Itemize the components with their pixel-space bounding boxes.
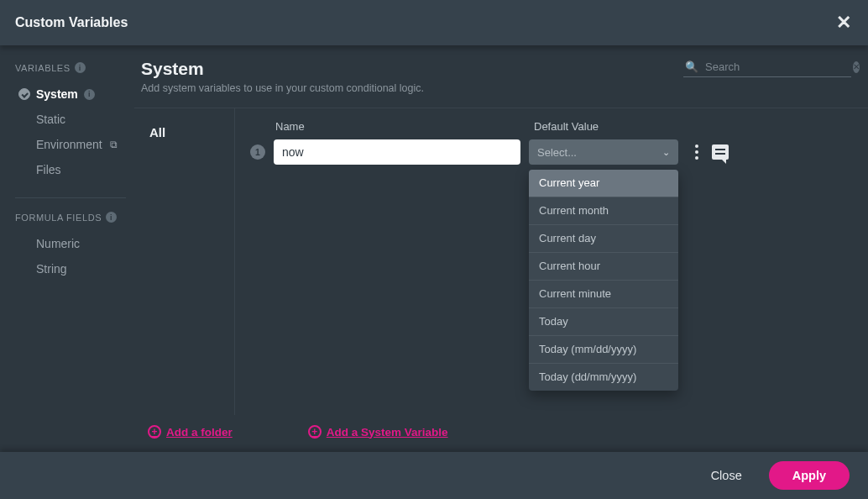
dropdown-option[interactable]: Current minute <box>529 281 678 308</box>
default-value-select[interactable]: Select... ⌄ <box>529 139 678 165</box>
close-icon[interactable]: ✕ <box>831 8 856 37</box>
dialog-title: Custom Variables <box>15 15 128 30</box>
sidebar-divider <box>15 197 126 198</box>
plus-circle-icon: + <box>308 425 322 439</box>
main-body: All Name Default Value 1 <box>134 108 868 415</box>
default-value-dropdown: Current year Current month Current day C… <box>529 170 678 391</box>
add-folder-label: Add a folder <box>166 426 233 439</box>
add-system-variable-link[interactable]: + Add a System Variable <box>308 425 448 439</box>
add-folder-link[interactable]: + Add a folder <box>148 425 233 439</box>
dropdown-option[interactable]: Current year <box>529 170 678 197</box>
sidebar-section-variables: VARIABLES i System i Static Environment … <box>12 60 129 182</box>
sidebar-section-formula: FORMULA FIELDS i Numeric String <box>12 210 129 281</box>
folder-all[interactable]: All <box>134 120 234 146</box>
custom-variables-dialog: Custom Variables ✕ VARIABLES i System i … <box>0 0 868 499</box>
check-circle-icon <box>18 88 30 100</box>
dropdown-option[interactable]: Current month <box>529 197 678 225</box>
dropdown-option[interactable]: Current hour <box>529 253 678 281</box>
info-icon[interactable]: i <box>84 89 95 100</box>
more-options-icon[interactable] <box>693 143 700 161</box>
columns-header: Name Default Value <box>250 120 858 133</box>
column-header-name: Name <box>275 120 519 133</box>
sidebar-section-title: VARIABLES i <box>12 60 129 75</box>
main-panel: System Add system variables to use in yo… <box>134 45 868 452</box>
dropdown-option[interactable]: Today (mm/dd/yyyy) <box>529 336 678 364</box>
sidebar-item-label: Static <box>36 113 65 126</box>
dropdown-option[interactable]: Today <box>529 308 678 336</box>
dialog-body: VARIABLES i System i Static Environment … <box>0 45 868 452</box>
info-icon[interactable]: i <box>106 212 117 223</box>
sidebar-item-label: Environment <box>36 138 102 151</box>
sidebar-section-label: FORMULA FIELDS <box>15 213 102 223</box>
column-header-default: Default Value <box>534 120 858 133</box>
row-index-badge: 1 <box>250 144 265 160</box>
default-value-select-wrap: Select... ⌄ Current year Current month C… <box>529 139 678 165</box>
sidebar-section-title: FORMULA FIELDS i <box>12 210 129 224</box>
page-subtitle: Add system variables to use in your cust… <box>141 82 673 94</box>
folders-column: All <box>134 108 235 415</box>
sidebar: VARIABLES i System i Static Environment … <box>0 45 134 452</box>
main-header-text: System Add system variables to use in yo… <box>141 59 673 94</box>
dialog-titlebar: Custom Variables ✕ <box>0 0 868 45</box>
info-icon[interactable]: i <box>75 62 86 73</box>
dialog-footer: Close Apply <box>0 452 868 499</box>
apply-button[interactable]: Apply <box>769 461 850 490</box>
page-title: System <box>141 59 673 79</box>
plus-circle-icon: + <box>148 425 161 439</box>
sidebar-section-label: VARIABLES <box>15 63 71 73</box>
search-input[interactable] <box>705 60 846 73</box>
row-actions <box>693 143 729 161</box>
chevron-down-icon: ⌄ <box>662 147 670 158</box>
comment-icon[interactable] <box>712 144 729 160</box>
sidebar-item-label: System <box>36 87 78 101</box>
external-link-icon: ⧉ <box>110 139 118 150</box>
search-icon: 🔍 <box>685 60 698 73</box>
variable-row: 1 Select... ⌄ Current year Current month <box>250 139 858 165</box>
search-field[interactable]: 🔍 ✕ <box>683 59 851 77</box>
sidebar-item-label: String <box>36 262 67 276</box>
sidebar-item-files[interactable]: Files <box>12 157 129 182</box>
dropdown-option[interactable]: Today (dd/mm/yyyy) <box>529 364 678 391</box>
sidebar-item-system[interactable]: System i <box>12 81 129 107</box>
select-placeholder: Select... <box>537 146 577 159</box>
sidebar-item-label: Numeric <box>36 237 80 250</box>
variables-column: Name Default Value 1 Select... ⌄ <box>235 108 868 415</box>
sidebar-item-static[interactable]: Static <box>12 107 129 132</box>
sidebar-item-label: Files <box>36 163 61 176</box>
sidebar-item-environment[interactable]: Environment ⧉ <box>12 132 129 157</box>
add-system-variable-label: Add a System Variable <box>327 426 448 439</box>
sidebar-item-string[interactable]: String <box>12 256 129 281</box>
sidebar-item-numeric[interactable]: Numeric <box>12 231 129 256</box>
main-footer-links: + Add a folder + Add a System Variable <box>134 415 868 452</box>
clear-search-icon[interactable]: ✕ <box>853 61 860 73</box>
variable-name-input[interactable] <box>274 139 520 165</box>
main-header: System Add system variables to use in yo… <box>134 45 868 108</box>
close-button[interactable]: Close <box>701 462 752 489</box>
dropdown-option[interactable]: Current day <box>529 225 678 253</box>
